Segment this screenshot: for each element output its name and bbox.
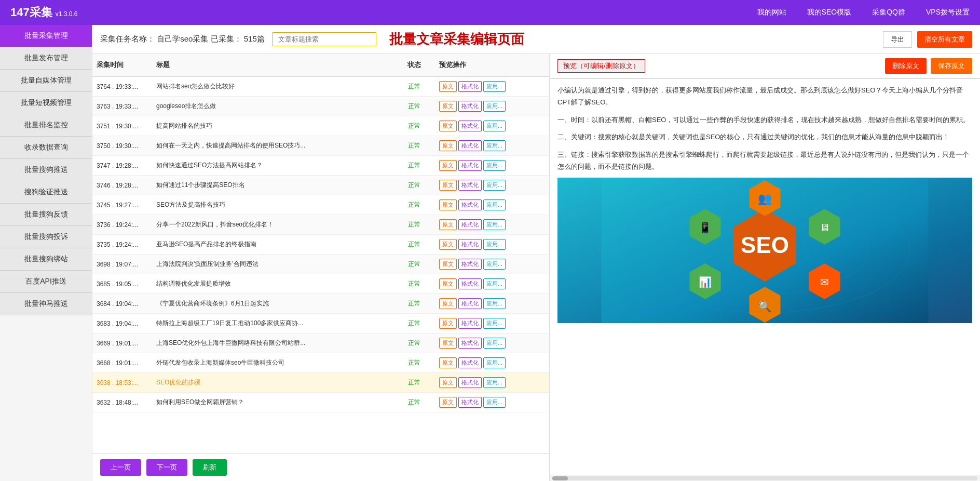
btn-yuanwen-11[interactable]: 原文 — [439, 298, 457, 309]
btn-yuanwen-5[interactable]: 原文 — [439, 180, 457, 191]
sidebar-item-baidu-api[interactable]: 百度API推送 — [0, 271, 92, 293]
nav-vps-setting[interactable]: VPS拨号设置 — [926, 8, 970, 17]
cell-title[interactable]: 亚马逊SEO提高产品排名的终极指南 — [152, 238, 393, 250]
save-original-button[interactable]: 保存原文 — [931, 58, 972, 74]
btn-yuanwen-9[interactable]: 原文 — [439, 259, 457, 270]
btn-yuanwen-0[interactable]: 原文 — [439, 81, 457, 92]
btn-yuanwen-3[interactable]: 原文 — [439, 140, 457, 151]
cell-time: 3764 . 19:33:... — [92, 82, 152, 92]
btn-geishi-15[interactable]: 格式化 — [458, 377, 482, 388]
btn-apply-14[interactable]: 应用... — [483, 357, 506, 368]
cell-title[interactable]: 如何利用SEO做全网霸屏营销？ — [152, 396, 393, 408]
nav-qq-group[interactable]: 采集QQ群 — [872, 8, 905, 17]
btn-geishi-10[interactable]: 格式化 — [458, 278, 482, 289]
sidebar-item-rank-monitor[interactable]: 批量排名监控 — [0, 114, 92, 137]
cell-title[interactable]: 分享一个2022新风口，抖音seo优化排名！ — [152, 219, 393, 231]
btn-apply-2[interactable]: 应用... — [483, 121, 506, 131]
btn-geishi-14[interactable]: 格式化 — [458, 357, 482, 368]
btn-apply-15[interactable]: 应用... — [483, 377, 506, 388]
btn-apply-13[interactable]: 应用... — [483, 338, 506, 349]
refresh-button[interactable]: 刷新 — [193, 459, 227, 476]
btn-geishi-8[interactable]: 格式化 — [458, 239, 482, 250]
btn-yuanwen-2[interactable]: 原文 — [439, 121, 457, 131]
cell-title[interactable]: SEO方法及提高排名技巧 — [152, 199, 393, 211]
cell-title[interactable]: 结构调整优化发展提质增效 — [152, 278, 393, 290]
btn-geishi-0[interactable]: 格式化 — [458, 81, 482, 92]
cell-status: 正常 — [393, 159, 435, 171]
btn-geishi-12[interactable]: 格式化 — [458, 318, 482, 329]
sidebar-item-video-manage[interactable]: 批量短视频管理 — [0, 92, 92, 114]
btn-geishi-11[interactable]: 格式化 — [458, 298, 482, 309]
btn-yuanwen-4[interactable]: 原文 — [439, 160, 457, 171]
btn-apply-9[interactable]: 应用... — [483, 259, 506, 270]
btn-apply-5[interactable]: 应用... — [483, 180, 506, 191]
btn-yuanwen-10[interactable]: 原文 — [439, 278, 457, 289]
btn-apply-10[interactable]: 应用... — [483, 278, 506, 289]
sidebar-item-media-manage[interactable]: 批量自媒体管理 — [0, 70, 92, 92]
nav-seo-template[interactable]: 我的SEO模版 — [807, 8, 852, 17]
h-scroll-thumb[interactable] — [552, 476, 568, 480]
nav-my-site[interactable]: 我的网站 — [757, 8, 786, 17]
btn-yuanwen-15[interactable]: 原文 — [439, 377, 457, 388]
export-button[interactable]: 导出 — [883, 31, 912, 48]
sidebar-item-sogou-complaint[interactable]: 批量搜狗投诉 — [0, 226, 92, 248]
preview-toggle-button[interactable]: 预览（可编辑/删除原文） — [557, 59, 645, 73]
btn-yuanwen-1[interactable]: 原文 — [439, 101, 457, 112]
btn-apply-0[interactable]: 应用... — [483, 81, 506, 92]
cell-title[interactable]: googleseo排名怎么做 — [152, 100, 393, 112]
btn-apply-16[interactable]: 应用... — [483, 397, 506, 408]
next-page-button[interactable]: 下一页 — [146, 459, 187, 476]
btn-yuanwen-7[interactable]: 原文 — [439, 219, 457, 230]
cell-title[interactable]: 如何在一天之内，快速提高网站排名的使用SEO技巧... — [152, 140, 393, 152]
cell-title[interactable]: 网站排名seo怎么做会比较好 — [152, 81, 393, 92]
btn-apply-11[interactable]: 应用... — [483, 298, 506, 309]
cell-title[interactable]: 外链代发包收录上海新媒体seo牛巨微科技公司 — [152, 357, 393, 369]
btn-yuanwen-6[interactable]: 原文 — [439, 199, 457, 210]
sidebar-item-sogou-feedback[interactable]: 批量搜狗反馈 — [0, 204, 92, 226]
clear-all-button[interactable]: 清空所有文章 — [917, 31, 972, 48]
cell-title[interactable]: 上海法院判决'负面压制业务'合同违法 — [152, 258, 393, 270]
btn-geishi-5[interactable]: 格式化 — [458, 180, 482, 191]
cell-title[interactable]: 提高网站排名的技巧 — [152, 120, 393, 132]
cell-title[interactable]: 《宁夏优化营商环境条例》6月1日起实施 — [152, 298, 393, 310]
btn-yuanwen-13[interactable]: 原文 — [439, 338, 457, 349]
sidebar-item-shenma-push[interactable]: 批量神马推送 — [0, 293, 92, 315]
btn-geishi-1[interactable]: 格式化 — [458, 101, 482, 112]
btn-yuanwen-12[interactable]: 原文 — [439, 318, 457, 329]
btn-geishi-4[interactable]: 格式化 — [458, 160, 482, 171]
sidebar-item-sogou-bind[interactable]: 批量搜狗绑站 — [0, 248, 92, 271]
btn-geishi-13[interactable]: 格式化 — [458, 338, 482, 349]
sidebar-item-collect-manage[interactable]: 批量采集管理 — [0, 25, 92, 47]
btn-geishi-2[interactable]: 格式化 — [458, 121, 482, 131]
btn-apply-8[interactable]: 应用... — [483, 239, 506, 250]
btn-apply-6[interactable]: 应用... — [483, 199, 506, 210]
sidebar-item-record-query[interactable]: 收录数据查询 — [0, 137, 92, 159]
table-row: 3735 . 19:24:... 亚马逊SEO提高产品排名的终极指南 正常 原文… — [92, 235, 549, 255]
btn-apply-1[interactable]: 应用... — [483, 101, 506, 112]
cell-title[interactable]: 上海SEO优化外包上海牛巨微网络科技有限公司站群... — [152, 337, 393, 349]
cell-ops: 原文 格式化 应用... — [435, 198, 549, 212]
prev-page-button[interactable]: 上一页 — [100, 459, 141, 476]
sidebar-item-publish-manage[interactable]: 批量发布管理 — [0, 47, 92, 70]
btn-geishi-3[interactable]: 格式化 — [458, 140, 482, 151]
sidebar-item-sogou-push[interactable]: 批量搜狗推送 — [0, 159, 92, 181]
cell-title[interactable]: 如何快速通过SEO方法提高网站排名？ — [152, 159, 393, 171]
cell-title[interactable]: 特斯拉上海超级工厂19日复工推动100多家供应商协... — [152, 317, 393, 329]
btn-geishi-6[interactable]: 格式化 — [458, 199, 482, 210]
btn-geishi-9[interactable]: 格式化 — [458, 259, 482, 270]
btn-yuanwen-16[interactable]: 原文 — [439, 397, 457, 408]
btn-apply-3[interactable]: 应用... — [483, 140, 506, 151]
preview-content-area[interactable]: 小编认为就是通过引擎，得到好的，获得更多网站度我们称作流量，最后成成交。那么到底… — [550, 79, 980, 475]
cell-title[interactable]: SEO优化的步骤 — [152, 377, 393, 389]
btn-geishi-16[interactable]: 格式化 — [458, 397, 482, 408]
btn-apply-7[interactable]: 应用... — [483, 219, 506, 230]
delete-original-button[interactable]: 删除原文 — [885, 58, 927, 74]
btn-apply-12[interactable]: 应用... — [483, 318, 506, 329]
btn-yuanwen-8[interactable]: 原文 — [439, 239, 457, 250]
cell-title[interactable]: 如何通过11个步骤提高SEO排名 — [152, 179, 393, 191]
btn-yuanwen-14[interactable]: 原文 — [439, 357, 457, 368]
sidebar-item-sogou-verify[interactable]: 搜狗验证推送 — [0, 181, 92, 204]
search-input[interactable] — [273, 32, 376, 46]
btn-apply-4[interactable]: 应用... — [483, 160, 506, 171]
btn-geishi-7[interactable]: 格式化 — [458, 219, 482, 230]
